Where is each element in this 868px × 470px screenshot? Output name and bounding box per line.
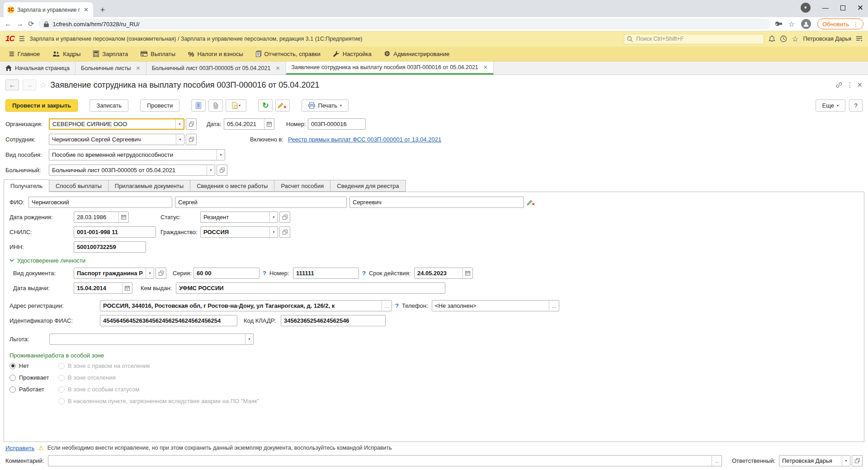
last-name-field[interactable]: Черниговский bbox=[28, 197, 172, 208]
menu-item-hr[interactable]: Кадры bbox=[47, 47, 86, 61]
browser-reload-button[interactable]: ⟳ bbox=[28, 20, 34, 28]
birth-date-field[interactable]: 28.03.1986 bbox=[74, 212, 129, 223]
phone-ellipsis-button[interactable]: ... bbox=[549, 301, 559, 311]
sick-list-field[interactable]: Больничный лист 003П-000005 от 05.04.202… bbox=[49, 164, 215, 176]
organization-field[interactable]: СЕВЕРНОЕ СИЯНИЕ ООО ▾ bbox=[49, 118, 184, 130]
post-and-close-button[interactable]: Провести и закрыть bbox=[5, 99, 78, 112]
calendar-icon[interactable] bbox=[118, 212, 128, 222]
snils-field[interactable]: 001-001-998 11 bbox=[74, 226, 156, 238]
browser-tab[interactable]: 1С Зарплата и управление персона ✕ bbox=[4, 2, 93, 17]
tab-close-icon[interactable]: ✕ bbox=[83, 6, 90, 13]
more-actions-button[interactable]: Еще ▾ bbox=[816, 99, 845, 112]
add-favorite-star-icon[interactable]: ☆ bbox=[40, 80, 47, 90]
benefit-kind-field[interactable]: Пособие по временной нетрудоспособности … bbox=[49, 149, 225, 160]
tab-close-icon[interactable]: ✕ bbox=[136, 65, 141, 71]
responsible-field[interactable]: Петровская Дарья ▾ bbox=[779, 455, 850, 466]
tab-close-icon[interactable]: ✕ bbox=[275, 65, 280, 71]
open-organization-button[interactable] bbox=[186, 118, 197, 130]
menu-item-taxes[interactable]: % Налоги и взносы bbox=[183, 47, 248, 61]
bookmark-star-icon[interactable]: ☆ bbox=[788, 20, 795, 28]
kladr-field[interactable]: 34562365254624562546 bbox=[281, 315, 386, 326]
edit-fio-icon[interactable]: ✕ bbox=[527, 199, 537, 206]
date-field[interactable]: 05.04.2021 bbox=[224, 118, 274, 130]
comment-field[interactable]: ... bbox=[48, 455, 722, 466]
favorites-star-icon[interactable]: ☆ bbox=[792, 34, 798, 44]
history-clock-icon[interactable] bbox=[780, 35, 787, 42]
tab-payment-method[interactable]: Способ выплаты bbox=[49, 180, 108, 192]
dropdown-caret-icon[interactable]: ▾ bbox=[842, 456, 850, 466]
password-key-icon[interactable] bbox=[775, 20, 782, 28]
identity-section-header[interactable]: Удостоверение личности bbox=[9, 257, 859, 264]
dropdown-caret-icon[interactable]: ▾ bbox=[269, 227, 278, 237]
tab-workplace-info[interactable]: Сведения о месте работы bbox=[190, 180, 274, 192]
dropdown-caret-icon[interactable]: ▾ bbox=[245, 334, 253, 344]
radio-zone-lives[interactable] bbox=[9, 375, 16, 381]
tab-benefit-application[interactable]: Заявление сотрудника на выплату пособия … bbox=[286, 61, 494, 75]
tab-home[interactable]: Начальная страница bbox=[0, 61, 75, 75]
menu-item-main[interactable]: ☰ Главное bbox=[4, 47, 45, 61]
open-citizenship-button[interactable] bbox=[279, 226, 290, 238]
phone-field[interactable]: <Не заполнен> ... bbox=[432, 300, 559, 311]
tab-close-icon[interactable]: ✕ bbox=[483, 64, 488, 70]
menu-item-settings[interactable]: Настройка bbox=[328, 47, 377, 61]
inn-field[interactable]: 500100732259 bbox=[74, 241, 146, 253]
global-search[interactable] bbox=[624, 34, 764, 44]
new-tab-button[interactable]: + bbox=[97, 4, 108, 16]
dropdown-caret-icon[interactable]: ▾ bbox=[175, 119, 184, 129]
fias-field[interactable]: 454564564526364562456254624562456254 bbox=[100, 315, 237, 326]
dropdown-caret-icon[interactable]: ▾ bbox=[176, 134, 184, 145]
window-minimize-button[interactable]: — bbox=[822, 5, 829, 11]
dropdown-caret-icon[interactable]: ▾ bbox=[217, 150, 225, 160]
radio-zone-right-resettle[interactable] bbox=[58, 363, 65, 369]
close-document-icon[interactable]: ✕ bbox=[857, 81, 863, 89]
main-menu-icon[interactable]: ☰ bbox=[19, 35, 25, 43]
open-doc-type-button[interactable] bbox=[156, 268, 166, 279]
1c-logo[interactable]: 1С bbox=[5, 34, 14, 43]
series-field[interactable]: 60 00 bbox=[193, 268, 259, 279]
radio-zone-no[interactable] bbox=[9, 363, 16, 369]
document-tasks-button[interactable]: ▾ bbox=[226, 99, 246, 112]
dropdown-caret-icon[interactable]: ▾ bbox=[207, 165, 215, 175]
history-back-button[interactable]: ← bbox=[5, 80, 19, 90]
calendar-icon[interactable] bbox=[462, 268, 472, 278]
first-name-field[interactable]: Сергей bbox=[175, 197, 347, 208]
refresh-button[interactable]: ↻ bbox=[258, 99, 273, 112]
fix-link[interactable]: Исправить bbox=[5, 445, 34, 451]
radio-zone-special[interactable] bbox=[58, 386, 65, 393]
radio-zone-mayak[interactable] bbox=[58, 398, 65, 404]
series-help-icon[interactable]: ? bbox=[263, 270, 266, 277]
browser-profile-icon[interactable]: ▼ bbox=[801, 3, 811, 13]
browser-back-button[interactable]: ← bbox=[5, 20, 12, 28]
cancel-posting-button[interactable]: ✕ bbox=[275, 99, 290, 112]
history-forward-button[interactable]: → bbox=[23, 80, 36, 90]
browser-forward-button[interactable]: → bbox=[16, 20, 24, 28]
register-records-button[interactable] bbox=[191, 99, 206, 112]
middle-name-field[interactable]: Сергеевич bbox=[349, 197, 524, 208]
write-button[interactable]: Записать bbox=[90, 99, 128, 112]
browser-avatar[interactable] bbox=[801, 19, 811, 29]
attachments-button[interactable] bbox=[208, 99, 223, 112]
address-ellipsis-button[interactable]: ... bbox=[382, 301, 392, 311]
get-link-icon[interactable] bbox=[835, 81, 843, 89]
address-help-icon[interactable]: ? bbox=[395, 302, 399, 309]
service-menu-icon[interactable] bbox=[856, 36, 863, 42]
citizenship-field[interactable]: РОССИЯ ▾ bbox=[200, 226, 278, 238]
window-close-button[interactable]: ✕ bbox=[857, 4, 863, 12]
dropdown-caret-icon[interactable]: ▾ bbox=[146, 268, 154, 278]
current-user[interactable]: Петровская Дарья bbox=[803, 36, 852, 42]
doc-number-field[interactable]: 111111 bbox=[293, 268, 359, 279]
tab-sick-lists[interactable]: Больничные листы ✕ bbox=[75, 61, 146, 75]
issue-date-field[interactable]: 15.04.2014 bbox=[74, 282, 132, 294]
help-button[interactable]: ? bbox=[849, 99, 863, 112]
status-field[interactable]: Резидент ▾ bbox=[200, 212, 278, 223]
valid-until-field[interactable]: 24.05.2023 bbox=[414, 268, 473, 279]
tab-benefit-calculation[interactable]: Расчет пособия bbox=[274, 180, 330, 192]
calendar-icon[interactable] bbox=[264, 119, 274, 129]
update-chip[interactable]: Обновить ⋮ bbox=[817, 19, 863, 29]
open-sick-list-button[interactable] bbox=[217, 164, 227, 176]
tab-recipient[interactable]: Получатель bbox=[4, 179, 49, 192]
doc-type-field[interactable]: Паспорт гражданина Р ▾ bbox=[74, 268, 154, 279]
tab-attached-documents[interactable]: Прилагаемые документы bbox=[108, 180, 190, 192]
issued-by-field[interactable]: УФМС РОССИИ bbox=[176, 282, 445, 294]
number-help-icon[interactable]: ? bbox=[362, 270, 366, 277]
